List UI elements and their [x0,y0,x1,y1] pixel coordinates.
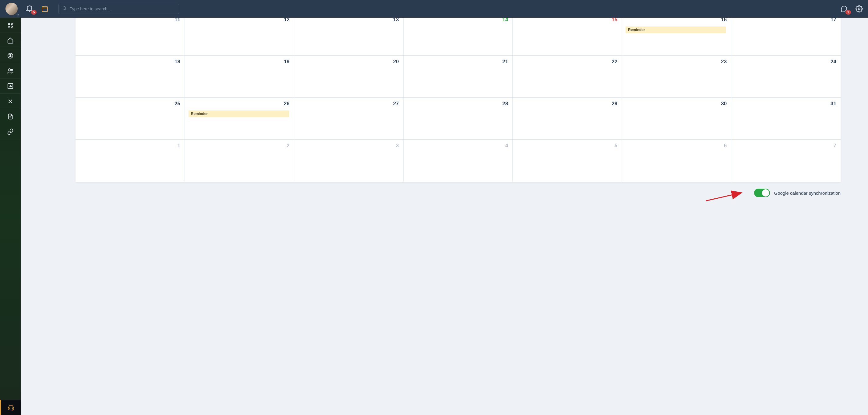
day-number: 31 [831,101,836,107]
svg-rect-11 [8,408,9,410]
calendar-cell[interactable]: 5 [513,139,622,182]
calendar-cell[interactable]: 2 [185,139,294,182]
sidenav-item-tools[interactable] [0,94,21,109]
day-number: 27 [393,101,399,107]
calendar-panel: 111213141516Reminder17181920212223242526… [75,18,841,182]
settings-icon[interactable] [855,5,863,13]
day-number: 2 [287,143,289,149]
svg-rect-0 [42,7,48,11]
calendar-icon[interactable] [41,5,49,13]
sidenav-item-link[interactable] [0,124,21,139]
sidenav-item-apps[interactable] [0,18,21,33]
calendar-cell[interactable]: 11 [75,18,185,56]
day-number: 13 [393,18,399,23]
notifications-icon[interactable]: 5 [26,5,33,13]
day-number: 5 [615,143,617,149]
calendar-cell[interactable]: 25 [75,97,185,139]
toggle-knob [762,189,769,197]
calendar-cell[interactable]: 20 [294,56,404,97]
sidenav-item-finance[interactable] [0,48,21,63]
svg-point-3 [8,23,10,25]
calendar-cell[interactable]: 24 [731,56,841,97]
calendar-cell[interactable]: 26Reminder [185,97,294,139]
calendar-cell[interactable]: 6 [622,139,731,182]
topbar: 5 1 [0,0,868,18]
calendar-cell[interactable]: 29 [513,97,622,139]
sync-label: Google calendar synchronization [774,191,841,196]
day-number: 4 [505,143,508,149]
calendar-cell[interactable]: 30 [622,97,731,139]
day-number: 25 [175,101,180,107]
day-number: 16 [721,18,727,23]
sync-row: Google calendar synchronization [75,188,841,197]
day-number: 6 [724,143,727,149]
day-number: 17 [831,18,836,23]
messages-icon[interactable]: 1 [840,5,848,13]
calendar-cell[interactable]: 13 [294,18,404,56]
sidenav-item-chart[interactable] [0,78,21,94]
calendar-cell[interactable]: 16Reminder [622,18,731,56]
svg-point-9 [11,69,13,71]
calendar-cell[interactable]: 19 [185,56,294,97]
arrow-annotation [705,190,744,202]
calendar-cell[interactable]: 17 [731,18,841,56]
day-number: 29 [612,101,617,107]
calendar-grid: 111213141516Reminder17181920212223242526… [75,18,841,182]
day-number: 19 [284,59,290,65]
svg-point-4 [11,23,12,25]
day-number: 21 [502,59,508,65]
calendar-cell[interactable]: 27 [294,97,404,139]
day-number: 15 [612,18,617,23]
day-number: 14 [502,18,508,23]
calendar-cell[interactable]: 18 [75,56,185,97]
day-number: 24 [831,59,836,65]
calendar-cell[interactable]: 23 [622,56,731,97]
svg-line-13 [706,193,741,201]
messages-badge: 1 [845,10,851,14]
day-number: 7 [834,143,836,149]
day-number: 20 [393,59,399,65]
sidenav-spacer [0,139,21,400]
svg-point-2 [858,8,860,10]
event-pill[interactable]: Reminder [626,27,726,33]
sidenav [0,18,21,415]
day-number: 22 [612,59,617,65]
notifications-badge: 5 [31,10,36,14]
calendar-cell[interactable]: 3 [294,139,404,182]
sync-toggle[interactable] [754,188,770,197]
calendar-cell[interactable]: 22 [513,56,622,97]
calendar-cell[interactable]: 21 [404,56,513,97]
svg-point-5 [8,26,10,27]
calendar-cell[interactable]: 7 [731,139,841,182]
day-number: 26 [284,101,290,107]
sidenav-item-support[interactable] [0,400,21,415]
day-number: 18 [175,59,180,65]
day-number: 30 [721,101,727,107]
svg-rect-6 [11,26,12,27]
calendar-cell[interactable]: 14 [404,18,513,56]
calendar-cell[interactable]: 1 [75,139,185,182]
sidenav-item-doc[interactable] [0,109,21,124]
svg-rect-12 [13,408,14,410]
day-number: 23 [721,59,727,65]
calendar-cell[interactable]: 31 [731,97,841,139]
day-number: 3 [396,143,399,149]
search-icon [62,6,67,12]
event-pill[interactable]: Reminder [188,110,289,117]
search-wrap [59,4,179,14]
calendar-cell[interactable]: 28 [404,97,513,139]
day-number: 1 [177,143,180,149]
calendar-cell[interactable]: 4 [404,139,513,182]
shell: 111213141516Reminder17181920212223242526… [0,18,868,415]
day-number: 12 [284,18,290,23]
svg-point-8 [8,68,11,71]
calendar-cell[interactable]: 12 [185,18,294,56]
content: 111213141516Reminder17181920212223242526… [21,18,868,415]
search-input[interactable] [59,4,179,14]
avatar[interactable] [5,2,18,15]
sidenav-item-home[interactable] [0,33,21,48]
calendar-cell[interactable]: 15 [513,18,622,56]
svg-point-1 [63,7,66,9]
sidenav-item-people[interactable] [0,63,21,78]
pin-icon [15,12,20,17]
